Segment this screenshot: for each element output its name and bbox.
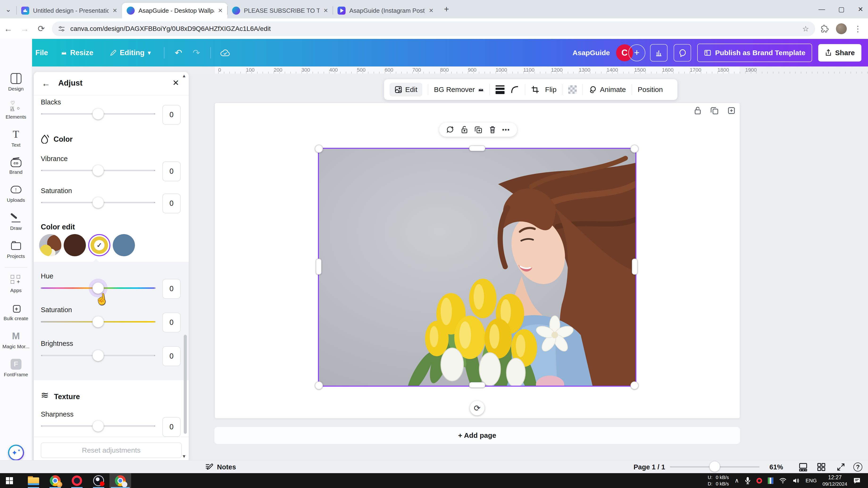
color-swatch[interactable] bbox=[39, 234, 61, 256]
rotate-handle[interactable]: ⟳ bbox=[470, 401, 485, 415]
duplicate-page-icon[interactable] bbox=[710, 106, 719, 115]
sidebar-item[interactable]: FontFrame bbox=[0, 359, 32, 378]
bg-remover-button[interactable]: BG Remover bbox=[434, 86, 484, 94]
browser-profile-avatar[interactable] bbox=[836, 23, 847, 34]
vibrance-value[interactable]: 0 bbox=[162, 161, 181, 181]
blacks-value[interactable]: 0 bbox=[162, 105, 181, 125]
file-menu[interactable]: File bbox=[35, 48, 48, 57]
saturation-slider-handle[interactable] bbox=[92, 197, 104, 208]
zoom-slider-handle[interactable] bbox=[710, 461, 720, 472]
taskbar-app[interactable] bbox=[44, 473, 66, 488]
sidebar-item[interactable]: Design bbox=[0, 73, 32, 92]
new-tab-button[interactable]: + bbox=[438, 0, 455, 19]
notes-icon[interactable] bbox=[205, 463, 213, 471]
action-center-icon[interactable] bbox=[853, 477, 861, 484]
resize-handle-left[interactable] bbox=[316, 259, 321, 275]
more-options-icon[interactable]: ••• bbox=[502, 126, 510, 133]
pages-view-icon[interactable] bbox=[799, 462, 808, 472]
color-swatch[interactable] bbox=[113, 234, 135, 256]
browser-tab[interactable]: AsapGuide - Desktop Wallpape ✕ bbox=[122, 3, 227, 19]
resize-handle-bottom-right[interactable] bbox=[630, 382, 639, 389]
taskbar-app[interactable] bbox=[88, 473, 110, 488]
duplicate-icon[interactable] bbox=[474, 125, 483, 134]
opera-tray-icon[interactable] bbox=[756, 478, 762, 484]
crop-icon[interactable] bbox=[531, 85, 539, 94]
browser-tab[interactable]: Untitled design - Presentation ✕ bbox=[17, 3, 122, 19]
sidebar-item[interactable]: Elements bbox=[0, 101, 32, 120]
start-button[interactable] bbox=[0, 473, 19, 488]
hue-value[interactable]: 0 bbox=[162, 279, 181, 299]
color-swatch[interactable]: ✓ bbox=[88, 234, 111, 256]
blacks-slider-handle[interactable] bbox=[92, 108, 104, 120]
clock-widget[interactable]: 12:27 09/12/2024 bbox=[823, 474, 847, 487]
resize-handle-top[interactable] bbox=[469, 145, 485, 151]
saturation-slider[interactable] bbox=[41, 202, 155, 203]
lock-icon[interactable] bbox=[460, 125, 468, 134]
tray-expand-icon[interactable]: ∧ bbox=[735, 477, 739, 484]
reset-adjustments-button[interactable]: Reset adjustments bbox=[41, 443, 182, 458]
brightness-slider-handle[interactable] bbox=[92, 350, 104, 361]
sharpness-slider[interactable] bbox=[41, 425, 155, 427]
sidebar-item[interactable]: Apps bbox=[5, 267, 27, 293]
sidebar-item[interactable]: Draw bbox=[0, 213, 32, 231]
window-minimize-button[interactable]: — bbox=[818, 5, 825, 13]
grid-view-icon[interactable] bbox=[816, 462, 826, 472]
back-icon[interactable]: ← bbox=[0, 24, 17, 34]
panel-scrollbar[interactable] bbox=[184, 335, 187, 434]
animate-button[interactable]: Animate bbox=[588, 85, 626, 94]
hue-slider[interactable] bbox=[41, 287, 155, 289]
sidebar-item[interactable]: Uploads bbox=[0, 184, 32, 203]
publish-brand-template-button[interactable]: Publish as Brand Template bbox=[697, 44, 812, 62]
sidebar-item[interactable]: Text bbox=[0, 129, 32, 148]
edit-button[interactable]: Edit bbox=[390, 83, 422, 96]
resize-handle-bottom[interactable] bbox=[469, 382, 485, 388]
resize-handle-bottom-left[interactable] bbox=[315, 382, 323, 389]
brightness-slider[interactable] bbox=[41, 355, 155, 356]
resize-handle-top-left[interactable] bbox=[315, 145, 323, 153]
taskbar-app[interactable] bbox=[66, 473, 88, 488]
taskbar-app[interactable] bbox=[23, 473, 44, 488]
color-saturation-slider[interactable] bbox=[41, 321, 155, 323]
scroll-down-icon[interactable]: ▼ bbox=[182, 454, 186, 459]
flip-button[interactable]: Flip bbox=[545, 86, 556, 94]
undo-icon[interactable]: ↶ bbox=[175, 47, 182, 58]
sidebar-item[interactable]: Projects bbox=[0, 240, 32, 259]
color-saturation-value[interactable]: 0 bbox=[162, 313, 181, 332]
bookmark-star-icon[interactable]: ☆ bbox=[802, 24, 809, 33]
transparency-icon[interactable] bbox=[568, 85, 577, 94]
color-saturation-slider-handle[interactable] bbox=[92, 316, 104, 327]
network-speed-widget[interactable]: U:0 kB/s D:0 kB/s bbox=[708, 474, 729, 487]
vibrance-slider[interactable] bbox=[41, 170, 155, 171]
blacks-slider[interactable] bbox=[41, 113, 155, 115]
tab-search-icon[interactable]: ⌄ bbox=[0, 0, 17, 19]
add-member-button[interactable]: + bbox=[628, 44, 645, 61]
resize-button[interactable]: Resize bbox=[61, 48, 93, 57]
delete-icon[interactable] bbox=[489, 125, 497, 134]
redo-icon[interactable]: ↷ bbox=[193, 47, 200, 58]
help-button[interactable]: ? bbox=[854, 462, 862, 471]
color-swatch[interactable] bbox=[64, 234, 86, 256]
fullscreen-icon[interactable] bbox=[836, 462, 846, 472]
hue-slider-handle[interactable] bbox=[92, 283, 104, 294]
position-button[interactable]: Position bbox=[638, 86, 663, 94]
canva-assistant-button[interactable]: ✦✦ bbox=[8, 445, 24, 461]
reload-icon[interactable]: ⟳ bbox=[33, 24, 50, 34]
stroke-weight-icon[interactable] bbox=[496, 85, 504, 94]
sidebar-item[interactable]: Brand bbox=[0, 157, 32, 175]
tab-close-icon[interactable]: ✕ bbox=[429, 7, 434, 14]
window-maximize-button[interactable]: ▢ bbox=[838, 5, 844, 13]
brightness-value[interactable]: 0 bbox=[162, 346, 181, 366]
extensions-puzzle-icon[interactable] bbox=[821, 25, 829, 33]
app-tray-icon[interactable] bbox=[768, 478, 773, 484]
resize-handle-top-right[interactable] bbox=[630, 145, 639, 153]
browser-menu-icon[interactable]: ⋮ bbox=[854, 24, 862, 33]
add-page-button[interactable]: + Add page bbox=[214, 427, 740, 444]
microphone-icon[interactable] bbox=[745, 477, 751, 485]
tab-close-icon[interactable]: ✕ bbox=[113, 7, 117, 14]
tab-close-icon[interactable]: ✕ bbox=[323, 7, 328, 14]
taskbar-app[interactable] bbox=[110, 473, 131, 488]
curve-icon[interactable] bbox=[510, 85, 519, 94]
scroll-up-icon[interactable]: ▲ bbox=[182, 73, 186, 78]
panel-back-icon[interactable]: ← bbox=[42, 78, 50, 88]
browser-tab[interactable]: AsapGuide (Instagram Post) - Y ✕ bbox=[333, 3, 438, 19]
